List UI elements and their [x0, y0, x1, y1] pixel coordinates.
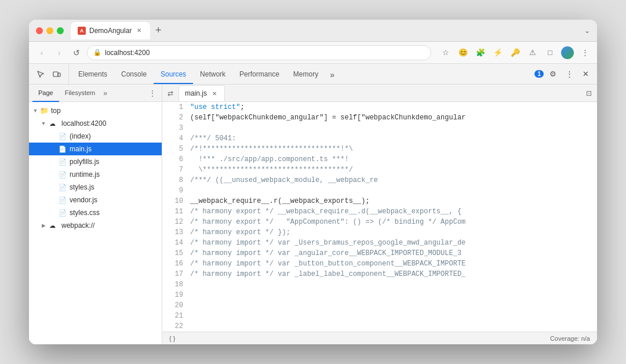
devtools-close-icon[interactable]: ✕: [578, 67, 592, 81]
tree-item-vendorjs[interactable]: ▶ 📄 vendor.js: [29, 194, 162, 206]
tree-item-index[interactable]: ▶ 📄 (index): [29, 130, 162, 143]
tree-item-runtimejs[interactable]: ▶ 📄 runtime.js: [29, 168, 162, 181]
devtools-panel: Elements Console Sources Network Perform…: [29, 64, 597, 344]
url-text: localhost:4200: [105, 49, 150, 57]
code-panel-right: ⊡: [583, 88, 595, 99]
browser-window: A DemoAngular ✕ + ⌄ ‹ › ↺ 🔒 localhost:42…: [29, 20, 597, 344]
code-tab-bar: ⇄ main.js ✕ ⊡: [162, 85, 597, 102]
code-content[interactable]: 1 "use strict"; 2 (self["webpackChunkdem…: [162, 102, 597, 332]
code-line: 22: [162, 321, 597, 332]
extensions-icon[interactable]: ⚡: [492, 46, 504, 59]
address-bar[interactable]: 🔒 localhost:4200: [87, 45, 431, 60]
tree-item-polyfillsjs[interactable]: ▶ 📄 polyfills.js: [29, 155, 162, 168]
tab-close-icon[interactable]: ✕: [135, 27, 143, 35]
file-panel-tabs: Page Filesystem » ⋮: [29, 85, 162, 102]
code-line: 8 /***/ ((__unused_webpack_module, __web…: [162, 175, 597, 185]
code-line: 4 /***/ 5041:: [162, 133, 597, 144]
more-options-icon[interactable]: ⋮: [578, 46, 591, 59]
inspect-element-icon[interactable]: [34, 67, 48, 81]
tree-item-stylescss[interactable]: ▶ 📄 styles.css: [29, 206, 162, 219]
file-gray-icon: 📄: [58, 132, 67, 141]
chevron-down-icon: ▼: [31, 108, 39, 114]
code-line: 19: [162, 290, 597, 300]
tree-label-webpack: webpack://: [61, 221, 94, 230]
tree-label-vendorjs: vendor.js: [70, 196, 97, 204]
maximize-button[interactable]: [57, 27, 64, 34]
pretty-print-button[interactable]: { }: [169, 335, 175, 342]
profile-avatar[interactable]: [561, 46, 574, 59]
user-icon[interactable]: 😊: [457, 46, 470, 59]
tree-item-webpack[interactable]: ▶ ☁ webpack://: [29, 219, 162, 232]
tree-item-mainjs[interactable]: ▶ 📄 main.js: [29, 143, 162, 155]
forward-button[interactable]: ›: [52, 46, 66, 60]
code-tab-mainjs[interactable]: main.js ✕: [179, 85, 225, 101]
sync-files-icon[interactable]: ⇄: [165, 88, 176, 99]
code-line: 20: [162, 300, 597, 311]
password-icon[interactable]: 🔑: [509, 46, 522, 59]
devtools-tabs: Elements Console Sources Network Perform…: [69, 64, 530, 84]
title-bar: A DemoAngular ✕ + ⌄: [29, 20, 597, 42]
sync-icon[interactable]: ⋮: [147, 88, 158, 99]
file-tree: ▼ 📁 top ▼ ☁ localhost:4200 ▶ 📄 (inde: [29, 102, 162, 344]
tab-favicon: A: [78, 27, 86, 35]
tree-item-stylesjs[interactable]: ▶ 📄 styles.js: [29, 181, 162, 194]
tree-label-runtimejs: runtime.js: [70, 170, 100, 179]
tree-item-top[interactable]: ▼ 📁 top: [29, 104, 162, 117]
code-line: 9: [162, 185, 597, 196]
file-tab-filesystem[interactable]: Filesystem: [59, 85, 101, 102]
tree-label-mainjs: main.js: [70, 145, 92, 153]
minimize-button[interactable]: [46, 27, 53, 34]
tree-label-polyfillsjs: polyfills.js: [70, 158, 99, 166]
devtools-more-icon[interactable]: ⋮: [562, 67, 576, 81]
close-button[interactable]: [36, 27, 43, 34]
notification-badge: 1: [534, 70, 544, 78]
back-button[interactable]: ‹: [35, 46, 49, 60]
window-chevron-icon[interactable]: ⌄: [584, 27, 590, 35]
tab-elements[interactable]: Elements: [71, 65, 114, 84]
extension-icon[interactable]: 🧩: [474, 46, 487, 59]
pretty-print-label: { }: [169, 335, 175, 342]
tab-network[interactable]: Network: [193, 65, 232, 84]
code-line: 16 /* harmony import */ var _button_butt…: [162, 259, 597, 269]
svg-rect-0: [53, 72, 58, 77]
tab-memory[interactable]: Memory: [286, 65, 325, 84]
more-tabs-button[interactable]: »: [325, 65, 339, 84]
file-blue-icon: 📄: [58, 208, 67, 217]
tree-label-localhost: localhost:4200: [61, 119, 106, 128]
bookmark-icon[interactable]: ☆: [439, 46, 452, 59]
tab-performance[interactable]: Performance: [232, 65, 286, 84]
warning-icon[interactable]: ⚠: [526, 46, 539, 59]
tree-item-localhost[interactable]: ▼ ☁ localhost:4200: [29, 117, 162, 130]
nav-action-icons: ☆ 😊 🧩 ⚡ 🔑 ⚠ □ ⋮: [439, 46, 591, 59]
code-line: 12 /* harmony export */ "AppComponent": …: [162, 217, 597, 227]
device-toggle-icon[interactable]: [50, 67, 64, 81]
tree-label-index: (index): [70, 132, 91, 140]
browser-tab[interactable]: A DemoAngular ✕: [71, 22, 150, 39]
code-line: 14 /* harmony import */ var _Users_bramu…: [162, 238, 597, 248]
code-line: 21: [162, 311, 597, 321]
tab-title: DemoAngular: [89, 27, 132, 35]
screen-share-icon[interactable]: □: [544, 46, 556, 59]
file-yellow-icon: 📄: [58, 195, 67, 205]
file-yellow-icon: 📄: [58, 157, 67, 166]
maximize-code-icon[interactable]: ⊡: [583, 88, 595, 99]
new-tab-button[interactable]: +: [150, 23, 166, 39]
code-tab-close-icon[interactable]: ✕: [210, 89, 219, 97]
devtools-settings-icon[interactable]: ⚙: [546, 67, 560, 81]
chevron-down-icon: ▼: [39, 121, 48, 126]
devtools-left-icons: [29, 64, 69, 84]
file-tab-page[interactable]: Page: [32, 85, 59, 102]
code-line: 17 /* harmony import */ var _label_label…: [162, 269, 597, 279]
file-panel-more-icon[interactable]: »: [103, 89, 107, 97]
tab-console[interactable]: Console: [114, 65, 154, 84]
tab-sources[interactable]: Sources: [154, 65, 193, 84]
reload-button[interactable]: ↺: [70, 46, 83, 60]
code-line: 2 (self["webpackChunkdemo_angular"] = se…: [162, 112, 597, 123]
tree-label-top: top: [51, 107, 61, 115]
code-line: 3: [162, 123, 597, 133]
tree-label-stylescss: styles.css: [70, 209, 100, 217]
code-line: 11 /* harmony export */ __webpack_requir…: [162, 206, 597, 217]
file-yellow-icon: 📄: [58, 183, 67, 192]
file-yellow-icon: 📄: [58, 170, 67, 179]
devtools-body: Page Filesystem » ⋮ ▼ 📁 top: [29, 85, 597, 344]
